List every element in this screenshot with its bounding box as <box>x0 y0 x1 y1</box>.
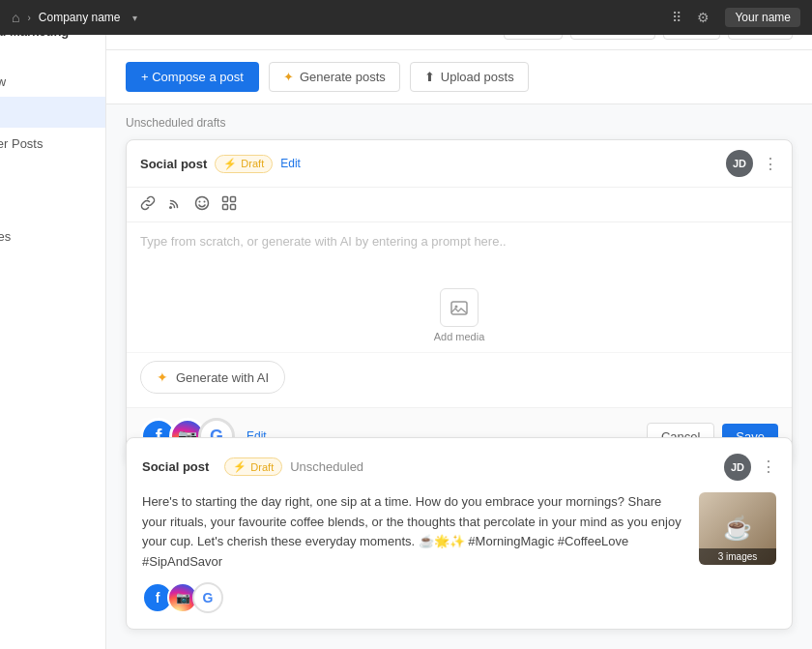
post-editor-card: Social post ⚡ Draft Edit JD ⋮ <box>126 139 793 465</box>
second-card-body: Here's to starting the day right, one si… <box>142 492 776 573</box>
svg-rect-29 <box>223 205 228 210</box>
unscheduled-label: Unscheduled <box>290 459 363 474</box>
second-avatar: JD <box>724 454 751 481</box>
second-card-footer: f 📷 G <box>142 582 776 613</box>
drafts-section-label: Unscheduled drafts <box>126 116 793 130</box>
sidebar-item-label: Templates <box>0 229 11 244</box>
drafts-section: Unscheduled drafts Social post ⚡ Draft E… <box>106 104 812 477</box>
social-post-title: Social post <box>140 157 207 171</box>
editor-icons-toolbar <box>127 188 792 222</box>
second-post-card: Social post ⚡ Draft Unscheduled JD ⋮ Her… <box>126 437 793 630</box>
card-header-right: JD ⋮ <box>726 150 778 177</box>
svg-point-23 <box>169 206 172 209</box>
svg-rect-31 <box>451 302 467 314</box>
sidebar: Social Marketing Overview Posts Customer… <box>0 0 106 649</box>
generate-posts-button[interactable]: ✦ Generate posts <box>269 62 400 92</box>
link-icon[interactable] <box>140 195 156 214</box>
avatar: JD <box>726 150 753 177</box>
upload-posts-button[interactable]: ⬆ Upload posts <box>410 62 529 92</box>
home-icon[interactable]: ⌂ <box>12 10 19 25</box>
post-image-thumbnail: ☕ 3 images <box>699 492 776 565</box>
add-media-label: Add media <box>434 331 485 342</box>
lightning-icon-2: ⚡ <box>233 460 246 473</box>
sidebar-item-label: Customer Posts <box>0 136 43 151</box>
second-google-icon[interactable]: G <box>192 582 223 613</box>
generate-ai-section: ✦ Generate with AI <box>127 352 792 407</box>
image-count-badge: 3 images <box>699 548 776 565</box>
generate-ai-label: Generate with AI <box>176 370 269 385</box>
sidebar-item-settings[interactable]: ⚙ Settings <box>0 251 105 282</box>
nav-right: ⠿ ⚙ Your name <box>672 8 800 27</box>
emoji-icon[interactable] <box>194 195 210 214</box>
second-card-header: Social post ⚡ Draft Unscheduled JD ⋮ <box>142 454 776 481</box>
generate-ai-button[interactable]: ✦ Generate with AI <box>140 361 285 394</box>
top-navigation: ⌂ › Company name ▾ ⠿ ⚙ Your name <box>0 0 812 35</box>
lightning-icon: ⚡ <box>223 158 237 170</box>
settings-gear-icon[interactable]: ⚙ <box>697 10 710 25</box>
company-chevron-icon[interactable]: ▾ <box>132 13 137 23</box>
add-media-button[interactable] <box>440 288 478 327</box>
second-post-title: Social post <box>142 459 209 474</box>
sidebar-item-customer-posts[interactable]: Customer Posts <box>0 128 105 159</box>
more-options-icon[interactable]: ⋮ <box>763 155 778 173</box>
svg-point-26 <box>204 201 206 203</box>
add-media-area: Add media <box>127 280 792 352</box>
second-card-header-right: JD ⋮ <box>724 454 776 481</box>
grid-icon[interactable] <box>221 195 237 214</box>
sidebar-item-leads[interactable]: Leads <box>0 159 105 190</box>
svg-point-24 <box>196 197 209 210</box>
nav-left: ⌂ › Company name ▾ <box>12 10 137 25</box>
sidebar-item-content[interactable]: Content <box>0 190 105 221</box>
second-post-body-text: Here's to starting the day right, one si… <box>142 492 687 573</box>
svg-point-25 <box>199 201 201 203</box>
user-menu[interactable]: Your name <box>725 8 800 27</box>
posts-toolbar: + Compose a post ✦ Generate posts ⬆ Uplo… <box>106 50 812 104</box>
ai-sparkle-icon: ✦ <box>157 369 168 385</box>
textarea-placeholder: Type from scratch, or generate with AI b… <box>140 234 507 249</box>
sidebar-item-templates[interactable]: Templates <box>0 221 105 251</box>
card-header-left: Social post ⚡ Draft Edit <box>140 155 301 173</box>
sidebar-item-overview[interactable]: Overview <box>0 66 105 97</box>
apps-grid-icon[interactable]: ⠿ <box>672 10 682 25</box>
edit-link[interactable]: Edit <box>280 157 301 170</box>
post-text-area[interactable]: Type from scratch, or generate with AI b… <box>127 222 792 280</box>
nav-separator: › <box>27 13 30 23</box>
second-social-icons: f 📷 G <box>142 582 218 613</box>
compose-post-button[interactable]: + Compose a post <box>126 62 259 92</box>
sidebar-item-label: Overview <box>0 74 6 89</box>
sparkle-icon: ✦ <box>283 70 294 84</box>
second-card-title-group: Social post ⚡ Draft Unscheduled <box>142 457 363 476</box>
draft-badge: ⚡ Draft <box>215 155 273 173</box>
svg-rect-27 <box>223 197 228 202</box>
svg-rect-30 <box>231 205 236 210</box>
second-more-options-icon[interactable]: ⋮ <box>761 457 776 476</box>
sidebar-item-posts[interactable]: Posts <box>0 97 105 128</box>
svg-rect-28 <box>231 197 236 202</box>
second-draft-badge: ⚡ Draft <box>224 457 282 476</box>
upload-icon: ⬆ <box>424 70 435 84</box>
svg-point-32 <box>455 306 458 309</box>
company-name[interactable]: Company name <box>39 11 121 24</box>
editor-card-header: Social post ⚡ Draft Edit JD ⋮ <box>127 140 792 188</box>
rss-icon[interactable] <box>167 195 183 214</box>
